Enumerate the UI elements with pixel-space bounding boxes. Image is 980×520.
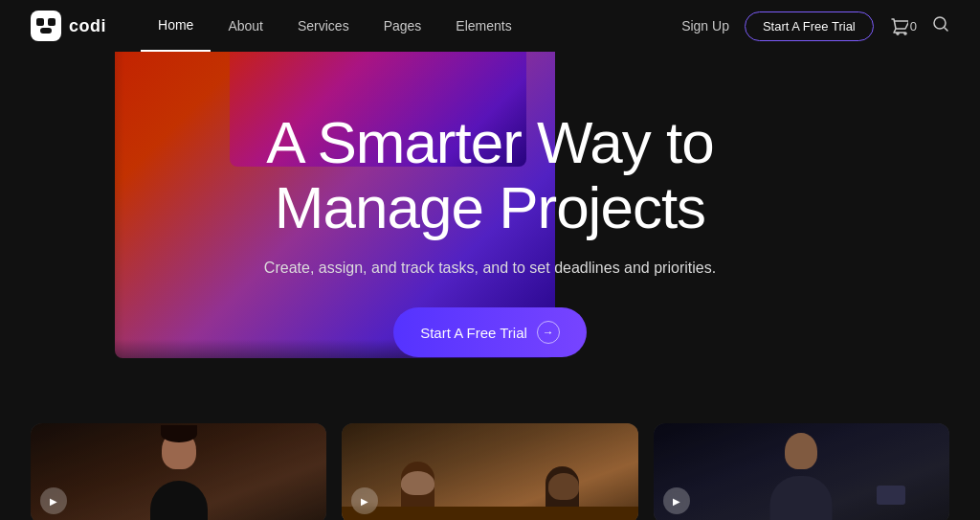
hero-section: A Smarter Way toManage Projects Create, … bbox=[0, 52, 980, 416]
nav-links: Home About Services Pages Elements bbox=[141, 0, 681, 52]
cart-count: 0 bbox=[910, 19, 917, 34]
svg-rect-2 bbox=[48, 18, 56, 26]
video-thumbnails-row: ▶ ▶ ▶ bbox=[0, 423, 980, 520]
nav-about[interactable]: About bbox=[211, 0, 280, 52]
svg-point-4 bbox=[934, 17, 946, 29]
nav-home[interactable]: Home bbox=[141, 0, 211, 52]
video-thumb-1[interactable]: ▶ bbox=[31, 423, 326, 520]
play-button-1[interactable]: ▶ bbox=[40, 487, 67, 514]
video-thumb-2[interactable]: ▶ bbox=[342, 423, 637, 520]
logo-icon bbox=[31, 11, 61, 41]
hero-cta-label: Start A Free Trial bbox=[420, 325, 527, 341]
nav-trial-button[interactable]: Start A Free Trial bbox=[745, 11, 874, 41]
search-icon[interactable] bbox=[932, 15, 949, 36]
logo-text: codi bbox=[69, 16, 106, 36]
play-button-3[interactable]: ▶ bbox=[663, 487, 690, 514]
nav-elements[interactable]: Elements bbox=[438, 0, 528, 52]
logo[interactable]: codi bbox=[31, 11, 106, 41]
cart-icon[interactable]: 0 bbox=[889, 16, 917, 35]
nav-right-actions: Sign Up Start A Free Trial 0 bbox=[681, 11, 949, 41]
video-thumb-3[interactable]: ▶ bbox=[654, 423, 949, 520]
hero-content: A Smarter Way toManage Projects Create, … bbox=[226, 110, 754, 357]
hero-cta-button[interactable]: Start A Free Trial → bbox=[393, 307, 587, 357]
navbar: codi Home About Services Pages Elements … bbox=[0, 0, 980, 52]
svg-rect-1 bbox=[36, 18, 44, 26]
svg-rect-3 bbox=[40, 28, 52, 34]
signup-link[interactable]: Sign Up bbox=[681, 18, 729, 34]
nav-services[interactable]: Services bbox=[280, 0, 367, 52]
nav-pages[interactable]: Pages bbox=[367, 0, 439, 52]
hero-title: A Smarter Way toManage Projects bbox=[264, 110, 716, 240]
svg-rect-0 bbox=[31, 11, 61, 41]
hero-cta-arrow-icon: → bbox=[537, 321, 560, 344]
hero-subtitle: Create, assign, and track tasks, and to … bbox=[264, 260, 716, 277]
